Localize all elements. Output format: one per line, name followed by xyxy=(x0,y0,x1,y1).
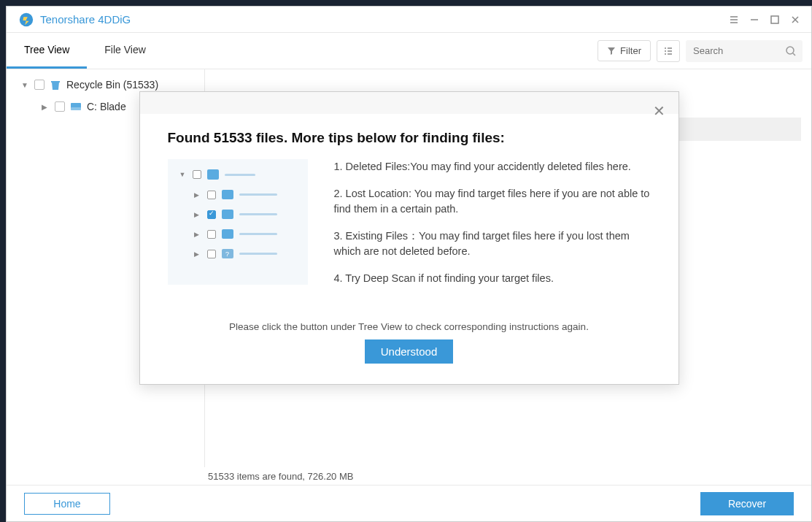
modal-tips: 1. Deleted Files:You may find your accid… xyxy=(334,159,651,286)
tip-1: 1. Deleted Files:You may find your accid… xyxy=(334,159,651,174)
app-window: Tenorshare 4DDiG Tree View File View Fil… xyxy=(6,6,812,522)
tip-3: 3. Existing Files：You may find target fi… xyxy=(334,229,651,259)
modal-body: ▼ ▶ ▶ ▶ ▶? 1. Deleted Files:You may find… xyxy=(140,159,678,286)
modal-footer-text: Please click the button under Tree View … xyxy=(140,321,678,332)
modal-illustration: ▼ ▶ ▶ ▶ ▶? xyxy=(168,159,308,285)
modal-close-button[interactable]: ✕ xyxy=(653,102,665,120)
tips-modal: ✕ Found 51533 files. More tips below for… xyxy=(139,91,679,385)
tip-2: 2. Lost Location: You may find target fi… xyxy=(334,186,651,217)
understood-button[interactable]: Understood xyxy=(365,339,454,364)
modal-overlay: ✕ Found 51533 files. More tips below for… xyxy=(7,7,811,521)
modal-header xyxy=(140,92,678,114)
tip-4: 4. Try Deep Scan if not finding your tar… xyxy=(334,271,651,286)
modal-title: Found 51533 files. More tips below for f… xyxy=(140,114,678,159)
